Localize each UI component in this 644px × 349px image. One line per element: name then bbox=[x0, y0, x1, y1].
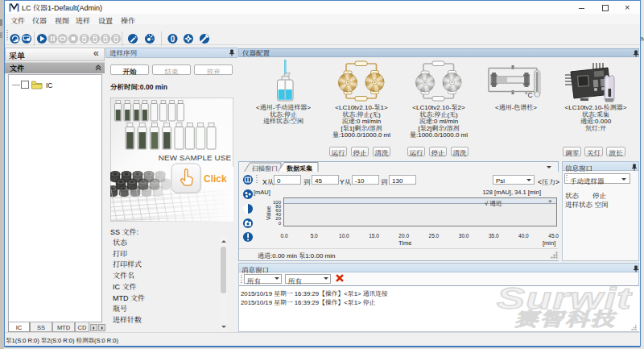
svg-text:°C: °C bbox=[525, 91, 533, 99]
svg-text:0: 0 bbox=[171, 35, 175, 44]
svg-text:NEW SAMPLE USE: NEW SAMPLE USE bbox=[159, 153, 232, 162]
svg-text:Click: Click bbox=[204, 173, 227, 185]
